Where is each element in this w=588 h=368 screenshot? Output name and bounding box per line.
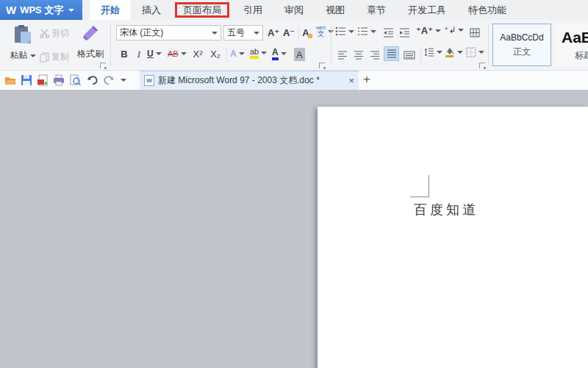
tab-insert[interactable]: 插入 xyxy=(131,0,172,20)
shrink-font-button[interactable]: A⁻ xyxy=(282,25,296,40)
align-left-button[interactable] xyxy=(335,47,350,63)
clear-format-button[interactable]: A xyxy=(301,25,314,40)
cut-label: 剪切 xyxy=(51,27,69,40)
increase-indent-button[interactable] xyxy=(397,25,412,40)
superscript-button[interactable]: X² xyxy=(190,46,206,62)
tab-section[interactable]: 章节 xyxy=(356,0,397,20)
ribbon-home: 粘贴 剪切 复制 格式刷 xyxy=(0,20,588,71)
highlight-letters: ab xyxy=(250,47,259,59)
style-normal[interactable]: AaBbCcDd 正文 xyxy=(492,24,551,66)
justify-button[interactable] xyxy=(384,46,399,61)
shading-button[interactable] xyxy=(444,46,463,57)
decrease-indent-button[interactable] xyxy=(381,25,395,40)
font-family-value: 宋体 (正文) xyxy=(120,26,163,39)
document-text[interactable]: 百度知道 xyxy=(414,201,478,219)
group-separator xyxy=(488,24,489,66)
insert-mark-caret-icon xyxy=(458,29,464,32)
copy-icon xyxy=(40,52,49,63)
align-center-button[interactable] xyxy=(351,47,366,63)
underline-button[interactable]: U xyxy=(147,49,162,59)
wps-logo-label: WPS 文字 xyxy=(20,4,63,17)
close-tab-button[interactable]: × xyxy=(348,75,354,86)
tab-page-layout[interactable]: 页面布局 xyxy=(183,4,221,17)
pinyin-icon: wén 文 xyxy=(316,25,326,38)
tab-special-features[interactable]: 特色功能 xyxy=(457,0,517,20)
borders-icon xyxy=(466,47,476,57)
document-tab[interactable]: W 新建 Microsoft Word 97 - 2003 文档.doc * × xyxy=(140,71,359,90)
clipboard-dialog-launcher[interactable] xyxy=(100,63,106,68)
margin-crop-mark-icon xyxy=(410,175,429,197)
bullet-list-button[interactable] xyxy=(335,26,354,36)
font-size-caret-icon xyxy=(254,32,259,35)
style-heading1-name: 标题 1 xyxy=(575,49,588,62)
draw-table-button[interactable] xyxy=(467,25,482,40)
highlight-button[interactable]: ab xyxy=(250,47,267,59)
bullet-caret-icon xyxy=(348,30,354,33)
title-menu-bar: W WPS 文字 开始 插入 页面布局 引用 审阅 视图 章节 开发工具 特色功… xyxy=(0,0,588,20)
grow-font-button[interactable]: A⁺ xyxy=(266,25,281,40)
borders-caret-icon xyxy=(478,51,484,54)
undo-icon[interactable] xyxy=(87,74,98,86)
tab-home[interactable]: 开始 xyxy=(90,0,131,20)
save-icon[interactable] xyxy=(21,74,32,86)
font-color-button[interactable]: A xyxy=(272,47,287,60)
font-size-value: 五号 xyxy=(227,26,245,39)
paste-dropdown-caret-icon xyxy=(30,54,36,57)
new-tab-button[interactable]: + xyxy=(363,72,370,87)
tab-view[interactable]: 视图 xyxy=(315,0,356,20)
text-tool-glyph: ⁺A⁺ xyxy=(416,25,433,36)
document-page[interactable]: 百度知道 xyxy=(318,107,588,368)
align-center-icon xyxy=(354,51,364,60)
print-icon[interactable] xyxy=(53,74,65,86)
align-right-button[interactable] xyxy=(368,47,382,63)
print-preview-icon[interactable] xyxy=(69,74,81,86)
small-separator xyxy=(298,26,299,40)
bold-button[interactable]: B xyxy=(118,46,131,62)
text-effect-button[interactable]: A xyxy=(230,49,245,59)
document-tab-bar: W 新建 Microsoft Word 97 - 2003 文档.doc * ×… xyxy=(0,71,588,90)
format-painter-brush-icon xyxy=(82,24,99,42)
character-shading-button[interactable]: A xyxy=(294,48,305,61)
text-tool-button[interactable]: ⁺A⁺ xyxy=(416,25,441,36)
bullet-list-icon xyxy=(335,26,346,36)
open-file-icon[interactable] xyxy=(4,74,16,86)
decrease-indent-icon xyxy=(383,28,394,38)
document-canvas[interactable]: 百度知道 xyxy=(0,90,588,368)
format-painter-button[interactable]: 格式刷 xyxy=(75,24,106,60)
redo-icon[interactable] xyxy=(103,74,115,86)
subscript-button[interactable]: X₂ xyxy=(207,46,223,62)
text-effect-letter: A xyxy=(230,49,237,59)
export-pdf-icon[interactable] xyxy=(37,74,49,86)
borders-button[interactable] xyxy=(466,47,484,57)
insert-mark-button[interactable]: ⁺↲ xyxy=(444,25,464,35)
style-heading1[interactable]: AaBbC 标题 1 xyxy=(554,24,588,66)
font-dialog-launcher[interactable] xyxy=(319,63,325,68)
copy-button[interactable]: 复制 xyxy=(40,51,69,63)
tab-review[interactable]: 审阅 xyxy=(273,0,315,20)
wps-menu-button[interactable]: W WPS 文字 xyxy=(0,0,82,20)
tab-references[interactable]: 引用 xyxy=(232,0,273,20)
tab-developer[interactable]: 开发工具 xyxy=(397,0,457,20)
italic-button[interactable]: I xyxy=(133,46,145,62)
font-size-combo[interactable]: 五号 xyxy=(223,25,263,40)
quick-access-dropdown-caret-icon[interactable] xyxy=(121,79,126,82)
strikethrough-caret-icon xyxy=(181,52,187,55)
justify-icon xyxy=(387,49,397,58)
line-spacing-button[interactable] xyxy=(424,48,442,57)
cut-button[interactable]: 剪切 xyxy=(40,27,69,40)
numbered-list-icon xyxy=(357,26,368,36)
scissors-icon xyxy=(40,29,49,38)
paste-label: 粘贴 xyxy=(10,49,28,62)
group-separator xyxy=(331,24,331,66)
format-painter-label: 格式刷 xyxy=(77,48,104,60)
distribute-button[interactable] xyxy=(401,47,417,63)
font-family-combo[interactable]: 宋体 (正文) xyxy=(116,25,221,40)
paste-button[interactable]: 粘贴 xyxy=(7,24,38,62)
numbered-list-button[interactable] xyxy=(357,26,376,36)
highlight-caret-icon xyxy=(261,52,267,54)
text-effect-caret-icon xyxy=(239,52,245,55)
paragraph-dialog-launcher[interactable] xyxy=(479,63,485,68)
strikethrough-letters: AB xyxy=(168,49,179,58)
small-separator xyxy=(420,48,421,63)
strikethrough-button[interactable]: AB xyxy=(168,49,187,58)
